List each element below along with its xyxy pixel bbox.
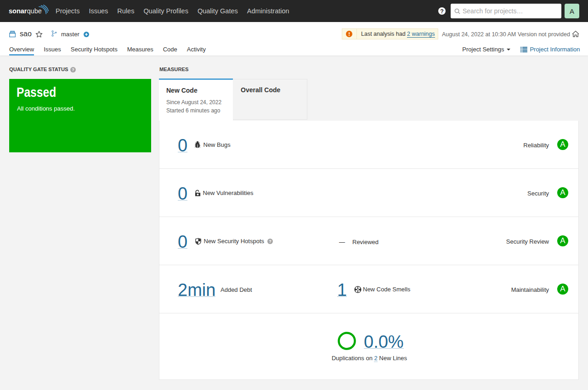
svg-text:?: ?: [72, 67, 74, 72]
svg-text:?: ?: [440, 8, 444, 15]
svg-text:?: ?: [269, 239, 271, 244]
